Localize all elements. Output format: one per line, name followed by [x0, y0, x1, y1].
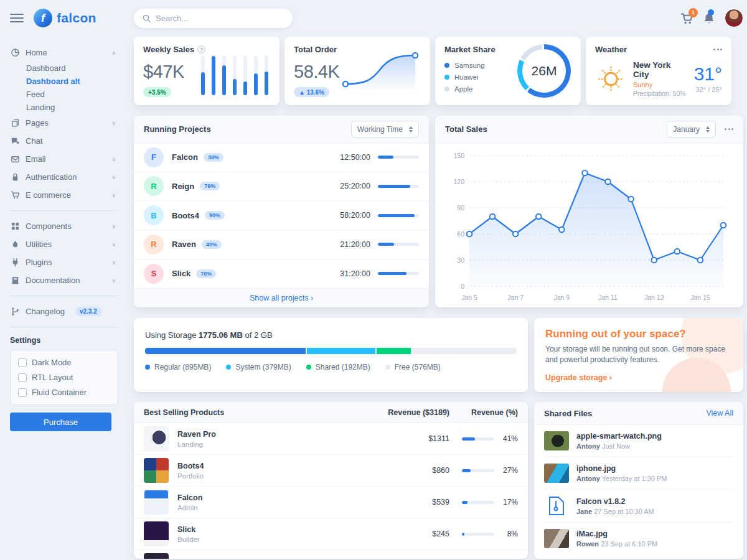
user-avatar[interactable] — [725, 9, 743, 27]
project-progress-badge: 79% — [200, 182, 220, 190]
purchase-button[interactable]: Purchase — [10, 413, 111, 431]
project-row[interactable]: R Raven 40% 21:20:00 — [134, 230, 429, 259]
sidebar-item-dashboard[interactable]: Dashboard — [10, 62, 118, 75]
sidebar-item-documentation[interactable]: Documentation ∨ — [10, 271, 118, 289]
sidebar-item-plugins[interactable]: Plugins ∨ — [10, 253, 118, 271]
more-menu-icon[interactable] — [713, 46, 722, 53]
file-name[interactable]: iMac.jpg — [576, 530, 657, 538]
cart-button[interactable]: 1 — [680, 12, 693, 24]
project-row[interactable]: R Reign 79% 25:20:00 — [134, 172, 429, 202]
sidebar-item-landing[interactable]: Landing — [10, 101, 118, 114]
file-row[interactable]: iphone.jpg Antony Yesterday at 1:30 PM — [544, 457, 733, 490]
checkbox-icon[interactable] — [18, 373, 27, 382]
cart-icon — [10, 190, 20, 200]
project-time: 12:50:00 — [340, 153, 370, 162]
product-revenue: $245 — [375, 530, 449, 538]
legend-dot — [385, 365, 390, 370]
sidebar-item-feed[interactable]: Feed — [10, 88, 118, 101]
product-row[interactable]: SlickBuilder $245 8% — [134, 518, 528, 550]
fluid-container-checkbox[interactable]: Fluid Container — [18, 388, 110, 397]
product-name[interactable]: Raven Pro — [177, 430, 216, 439]
card-title: Running Projects — [144, 124, 211, 134]
weather-condition: Sunny — [633, 81, 688, 88]
project-name[interactable]: Slick — [172, 269, 190, 278]
file-name[interactable]: Falcon v1.8.2 — [576, 497, 654, 506]
file-name[interactable]: apple-smart-watch.png — [576, 432, 662, 441]
view-all-link[interactable]: View All — [706, 409, 733, 418]
sidebar-item-email[interactable]: Email ∨ — [10, 150, 118, 168]
legend-dot — [145, 365, 150, 370]
brand-logo[interactable]: f falcon — [34, 9, 96, 27]
file-name[interactable]: iphone.jpg — [576, 464, 667, 473]
search-input[interactable]: Search... — [134, 9, 293, 28]
sidebar-item-authentication[interactable]: Authentication ∨ — [10, 168, 118, 186]
sidebar-item-utilities[interactable]: Utilities ∨ — [10, 235, 118, 253]
project-row[interactable]: S Slick 70% 31:20:00 — [134, 259, 429, 289]
project-name[interactable]: Reign — [172, 182, 194, 191]
project-time: 31:20:00 — [340, 269, 370, 278]
total-order-change-badge: ▲ 13.6% — [294, 87, 329, 97]
cart-count-badge: 1 — [688, 8, 698, 17]
product-name[interactable]: Boots4 — [177, 462, 204, 470]
product-thumbnail — [144, 553, 169, 559]
product-progress-bar — [462, 437, 494, 441]
notifications-button[interactable] — [703, 12, 715, 24]
sidebar-item-dashboard-alt[interactable]: Dashboard alt — [10, 75, 118, 88]
search-icon — [143, 14, 151, 22]
pie-chart-icon — [10, 48, 20, 57]
file-row[interactable]: iMac.jpg Rowen 23 Sep at 6:10 PM — [544, 523, 733, 554]
checkbox-icon[interactable] — [18, 358, 27, 367]
legend-label: Samsung — [454, 62, 485, 69]
project-name[interactable]: Raven — [172, 240, 196, 249]
project-row[interactable]: B Boots4 90% 58:20:00 — [134, 201, 429, 230]
product-row[interactable]: Raven ProLanding $1311 41% — [134, 423, 528, 455]
project-avatar: B — [144, 205, 164, 225]
product-row[interactable]: Boots4Portfolio $860 27% — [134, 455, 528, 487]
checkbox-icon[interactable] — [18, 388, 27, 397]
project-row[interactable]: F Falcon 38% 12:50:00 — [134, 143, 429, 172]
notification-dot — [708, 9, 714, 16]
project-progress-badge: 70% — [196, 269, 216, 278]
product-row[interactable] — [134, 550, 528, 559]
product-pct: 41% — [500, 434, 518, 443]
sidebar-item-home[interactable]: Home ∧ — [10, 44, 118, 62]
weekly-sales-change-badge: +3.5% — [143, 87, 171, 97]
sidebar-item-pages[interactable]: Pages ∨ — [10, 114, 118, 132]
help-icon[interactable]: ? — [197, 45, 205, 54]
sidebar-item-ecommerce[interactable]: E commerce ∨ — [10, 186, 118, 204]
product-category: Builder — [177, 536, 200, 543]
project-progress-badge: 38% — [204, 153, 223, 162]
working-time-select[interactable]: Working Time — [351, 121, 419, 138]
sidebar-item-chat[interactable]: Chat — [10, 132, 118, 150]
weather-temperature: 31° — [694, 65, 722, 83]
hamburger-menu-icon[interactable] — [10, 14, 24, 22]
legend-label: Apple — [454, 85, 472, 93]
project-progress-badge: 40% — [202, 240, 222, 249]
file-row[interactable]: apple-smart-watch.png Antony Just Now — [544, 425, 733, 457]
product-pct: 8% — [500, 530, 518, 538]
project-name[interactable]: Boots4 — [172, 211, 199, 220]
puzzle-icon — [10, 222, 20, 231]
svg-text:90: 90 — [457, 204, 464, 212]
show-all-projects-link[interactable]: Show all projects › — [250, 294, 313, 302]
rtl-layout-checkbox[interactable]: RTL Layout — [18, 373, 110, 382]
legend-label: System (379MB) — [235, 363, 291, 371]
sidebar-item-changelog[interactable]: Changelog v2.3.2 — [10, 302, 118, 320]
dark-mode-checkbox[interactable]: Dark Mode — [18, 358, 110, 367]
card-title: Weather — [595, 45, 627, 54]
sidebar-item-components[interactable]: Components ∨ — [10, 217, 118, 235]
storage-card: Using Storage 1775.06 MB of 2 GB Regular… — [134, 318, 528, 392]
product-name[interactable]: Falcon — [177, 493, 202, 502]
product-name[interactable]: Slick — [177, 525, 200, 534]
product-revenue: $539 — [375, 498, 449, 506]
chevron-down-icon: ∨ — [111, 259, 116, 266]
project-name[interactable]: Falcon — [172, 152, 198, 162]
upgrade-storage-link[interactable]: Upgrade storage › — [545, 373, 612, 382]
month-select[interactable]: January — [667, 121, 716, 138]
sidebar-item-label: Components — [26, 222, 72, 231]
product-row[interactable]: FalconAdmin $539 17% — [134, 487, 528, 518]
more-menu-icon[interactable] — [725, 126, 733, 133]
file-row[interactable]: Falcon v1.8.2 Jane 27 Sep at 10:30 AM — [544, 490, 733, 523]
legend-dot — [444, 75, 449, 80]
legend-label: Free (576MB) — [395, 363, 441, 371]
